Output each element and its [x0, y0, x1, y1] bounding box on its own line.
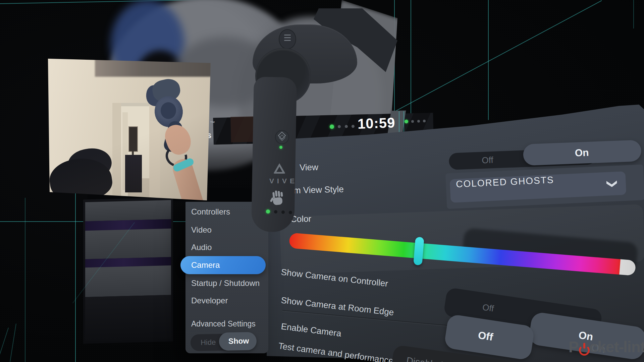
chaperone-line	[25, 198, 25, 362]
hue-slider-handle[interactable]	[413, 237, 424, 265]
watermark-suffix: lint	[623, 338, 644, 356]
camera-passthrough-view	[48, 59, 211, 200]
disabled-label: Disabled	[406, 355, 443, 362]
sidebar-item-developer[interactable]: Developer	[191, 296, 228, 305]
system-button	[275, 130, 289, 144]
sidebar-item-camera-label: Camera	[191, 260, 220, 270]
watermark-hyphen: -	[619, 338, 623, 356]
sidebar-item-controllers[interactable]: Controllers	[191, 207, 230, 217]
room-view-on-label[interactable]: On	[575, 147, 589, 159]
advanced-settings-label: Advanced Settings	[191, 319, 256, 328]
steamvr-camera-settings-screen: 10:59 View Off On m View Style COLORED G…	[0, 0, 644, 362]
chaperone-line	[488, 0, 489, 120]
chaperone-line	[404, 111, 404, 133]
dresser-ghost	[83, 197, 173, 344]
chaperone-line	[75, 188, 76, 362]
power-icon	[579, 343, 589, 354]
vive-controller: VIVE	[247, 0, 397, 240]
sidebar-item-audio[interactable]: Audio	[191, 243, 212, 252]
pocketlint-watermark: Pcket-lint	[569, 338, 644, 356]
sidebar-item-video[interactable]: Video	[191, 225, 212, 235]
status-dots-right	[405, 118, 426, 125]
advanced-settings-toggle: Hide Show	[191, 333, 255, 351]
room-edge-off-label[interactable]: Off	[482, 302, 494, 314]
hide-button[interactable]: Hide	[201, 338, 216, 347]
status-led	[279, 146, 282, 149]
menu-button	[279, 29, 296, 49]
sidebar-item-camera[interactable]: Camera	[180, 256, 266, 274]
controller-stem	[251, 77, 297, 232]
watermark-p: P	[569, 338, 579, 356]
chaperone-line	[633, 0, 634, 28]
enable-camera-off-label: Off	[477, 329, 494, 343]
watermark-middle: cket	[589, 338, 619, 356]
hand-icon	[271, 189, 286, 207]
show-button-label[interactable]: Show	[228, 337, 249, 346]
chaperone-line	[10, 324, 16, 362]
chaperone-line	[399, 111, 399, 133]
room-view-off-label[interactable]: Off	[482, 155, 493, 166]
chaperone-line	[0, 327, 9, 361]
tm-fragment: ™	[210, 120, 215, 126]
sidebar-item-startup-shutdown[interactable]: Startup / Shutdown	[191, 279, 260, 288]
vive-wordmark: VIVE	[263, 177, 304, 185]
